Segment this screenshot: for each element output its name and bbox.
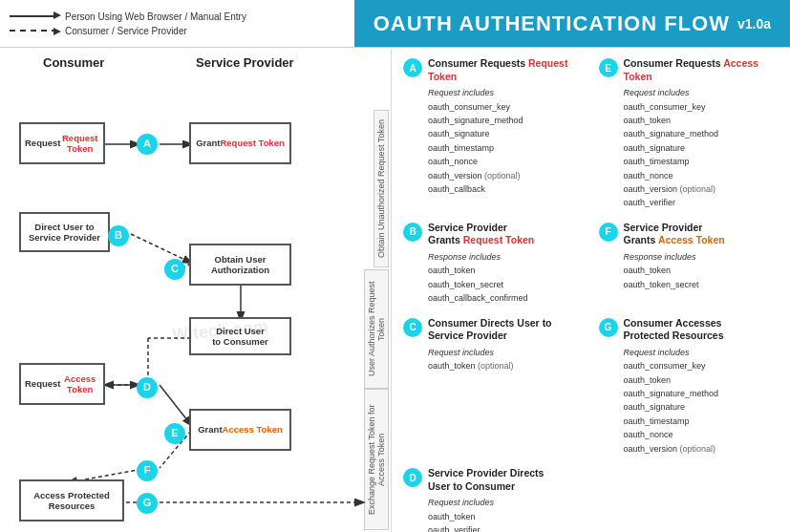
info-header-C: C Consumer Directs User toService Provid…: [403, 317, 584, 343]
info-header-A: A Consumer Requests Request Token: [403, 57, 584, 83]
badge-E: E: [164, 423, 185, 444]
info-block-G: G Consumer AccessesProtected Resources R…: [593, 313, 785, 459]
info-badge-B: B: [403, 223, 422, 242]
consumer-col-header: Consumer: [43, 55, 104, 70]
info-badge-D: D: [403, 468, 422, 487]
info-block-B: B Service ProviderGrants Request Token R…: [397, 218, 589, 309]
info-title-C: Consumer Directs User toService Provider: [428, 317, 552, 343]
info-badge-G: G: [599, 318, 618, 337]
info-body-B: Response includes oauth_token oauth_toke…: [403, 250, 584, 306]
arrows-svg: [0, 48, 391, 532]
solid-line-icon: [10, 15, 57, 17]
info-body-F: Response includes oauth_token oauth_toke…: [599, 250, 779, 291]
badge-A: A: [137, 134, 158, 155]
info-body-G: Request includes oauth_consumer_key oaut…: [599, 346, 779, 456]
direct-user-node: Direct User toService Provider: [19, 212, 110, 252]
access-protected-node: Access ProtectedResources: [19, 479, 124, 521]
legend-solid: Person Using Web Browser / Manual Entry: [10, 11, 345, 22]
badge-G: G: [137, 493, 158, 514]
title-box: OAUTH AUTHENTICATION FLOW v1.0a: [354, 0, 790, 47]
info-header-B: B Service ProviderGrants Request Token: [403, 222, 584, 247]
section-label-1: Obtain Unauthorized Request Token: [374, 110, 389, 267]
dashed-line-icon: [10, 30, 57, 32]
badge-F: F: [137, 460, 158, 481]
info-title-D: Service Provider DirectsUser to Consumer: [428, 467, 544, 493]
header: Person Using Web Browser / Manual Entry …: [0, 0, 790, 48]
direct-consumer-node: Direct Userto Consumer: [189, 317, 291, 355]
info-badge-C: C: [403, 318, 422, 337]
obtain-auth-node: Obtain UserAuthorization: [189, 244, 291, 286]
legend-dashed-label: Consumer / Service Provider: [65, 26, 187, 36]
request-token-node: RequestRequest Token: [19, 122, 105, 164]
info-badge-A: A: [403, 58, 422, 77]
info-body-D: Request includes oauth_token oauth_verif…: [403, 496, 584, 532]
info-body-A: Request includes oauth_consumer_key oaut…: [403, 86, 584, 196]
info-header-E: E Consumer Requests Access Token: [599, 57, 779, 83]
svg-line-3: [131, 234, 191, 263]
grant-access-token-node: GrantAccess Token: [189, 409, 291, 451]
grant-request-token-node: GrantRequest Token: [189, 122, 291, 164]
info-title-F: Service ProviderGrants Access Token: [624, 222, 725, 247]
info-header-D: D Service Provider DirectsUser to Consum…: [403, 467, 584, 493]
info-panel: A Consumer Requests Request Token Reques…: [392, 48, 790, 532]
info-badge-E: E: [599, 58, 618, 77]
info-block-A: A Consumer Requests Request Token Reques…: [397, 53, 589, 214]
info-block-C: C Consumer Directs User toService Provid…: [397, 313, 589, 459]
info-block-E: E Consumer Requests Access Token Request…: [593, 53, 785, 214]
info-title-G: Consumer AccessesProtected Resources: [624, 317, 724, 343]
svg-line-10: [160, 385, 191, 425]
section-label-3: Exchange Request Token for Access Token: [364, 389, 389, 530]
badge-B: B: [108, 225, 129, 246]
page-title: OAUTH AUTHENTICATION FLOW: [374, 11, 730, 36]
info-block-F: F Service ProviderGrants Access Token Re…: [593, 218, 785, 309]
legend-dashed: Consumer / Service Provider: [10, 26, 345, 36]
legend-solid-label: Person Using Web Browser / Manual Entry: [65, 11, 246, 22]
info-title-B: Service ProviderGrants Request Token: [428, 222, 534, 247]
main-content: Consumer Service Provider Obtain Unautho…: [0, 48, 790, 532]
badge-C: C: [164, 259, 185, 280]
info-header-F: F Service ProviderGrants Access Token: [599, 222, 779, 247]
info-block-D: D Service Provider DirectsUser to Consum…: [397, 463, 589, 532]
info-badge-F: F: [599, 223, 618, 242]
info-body-C: Request includes oauth_token (optional): [403, 346, 584, 373]
flow-diagram: Consumer Service Provider Obtain Unautho…: [0, 48, 392, 532]
request-access-token-node: RequestAccess Token: [19, 363, 105, 405]
legend: Person Using Web Browser / Manual Entry …: [0, 0, 354, 47]
section-label-2: User Authorizes Request Token: [364, 269, 389, 389]
badge-D: D: [137, 377, 158, 398]
info-title-A: Consumer Requests Request Token: [428, 57, 584, 83]
provider-col-header: Service Provider: [196, 55, 294, 70]
version-badge: v1.0a: [737, 16, 771, 32]
info-body-E: Request includes oauth_consumer_key oaut…: [599, 86, 779, 210]
info-title-E: Consumer Requests Access Token: [624, 57, 779, 83]
info-header-G: G Consumer AccessesProtected Resources: [599, 317, 779, 343]
